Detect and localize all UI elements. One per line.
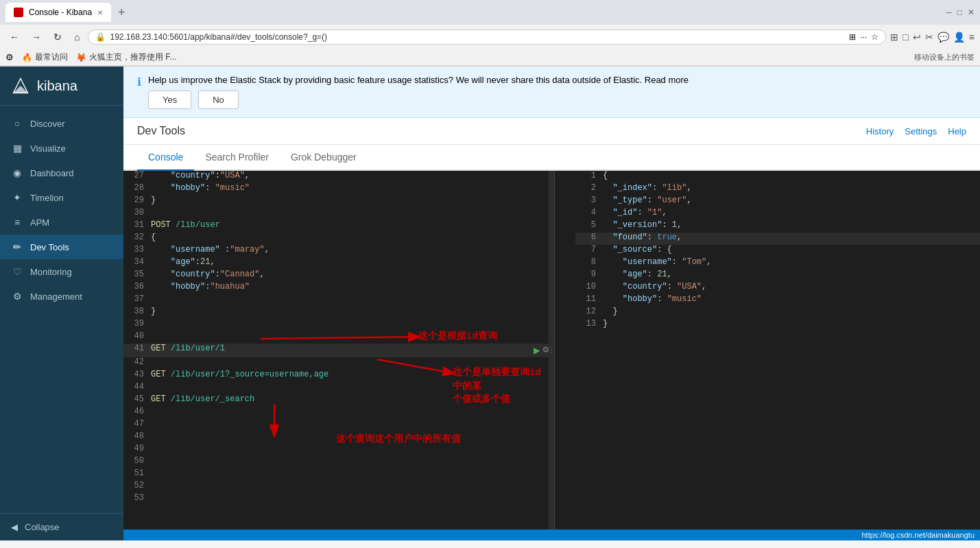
resp-line-3: 3 "_type": "user", (575, 195, 980, 208)
bookmark-firefox[interactable]: 🦊 火狐主页，推荐使用 F... (76, 51, 176, 63)
code-line-31: 31 POST /lib/user (123, 220, 549, 233)
more-btn[interactable]: ··· (860, 32, 867, 42)
code-line-51: 51 (123, 468, 549, 481)
code-line-39: 39 (123, 319, 549, 331)
resp-line-9: 9 "age": 21, (575, 270, 980, 282)
code-line-42: 42 (123, 357, 549, 370)
tab-console[interactable]: Console (137, 145, 194, 171)
address-text: 192.168.23.140:5601/app/kibana#/dev_tool… (110, 32, 845, 42)
visualize-label: Visualize (30, 143, 66, 154)
line-settings-icon[interactable]: ⚙ (543, 344, 549, 357)
code-line-29: 29 } (123, 195, 549, 208)
sidebar-item-visualize[interactable]: ▦ Visualize (0, 136, 123, 160)
sidebar-item-devtools[interactable]: ✏ Dev Tools (0, 235, 123, 259)
forward-button[interactable]: → (27, 30, 45, 44)
code-line-45: 45 GET /lib/user/_search (123, 394, 549, 407)
monitoring-label: Monitoring (30, 267, 72, 277)
firefox-icon: 🦊 (76, 53, 86, 62)
code-line-44: 44 (123, 382, 549, 394)
menu-icon[interactable]: ≡ (969, 32, 975, 43)
bookmark-icon[interactable]: ☆ (871, 32, 879, 42)
banner: ℹ Help us improve the Elastic Stack by p… (123, 67, 980, 118)
mobile-bookmarks: 移动设备上的书签 (914, 52, 975, 62)
sidebar-item-discover[interactable]: ○ Discover (0, 111, 123, 136)
status-url: https://log.csdn.net/daimakuangtu (862, 531, 975, 539)
visualize-icon: ▦ (11, 143, 23, 154)
sidebar-item-timelion[interactable]: ✦ Timelion (0, 185, 123, 210)
history-button[interactable]: History (866, 126, 894, 136)
account-icon[interactable]: 👤 (953, 32, 965, 43)
apm-label: APM (30, 217, 49, 228)
back-button[interactable]: ← (5, 30, 23, 44)
code-line-48: 48 (123, 431, 549, 444)
sidebar-collapse[interactable]: ◀ Collapse (0, 513, 123, 540)
devtools-icon: ✏ (11, 241, 23, 252)
banner-content: Help us improve the Elastic Stack by pro… (148, 75, 689, 109)
code-line-53: 53 (123, 493, 549, 505)
home-button[interactable]: ⌂ (70, 30, 84, 44)
chat-icon[interactable]: 💬 (937, 32, 949, 43)
code-line-30: 30 (123, 208, 549, 220)
tab-search-profiler[interactable]: Search Profiler (194, 145, 280, 171)
code-line-32: 32 { (123, 233, 549, 245)
close-btn[interactable]: ✕ (968, 8, 975, 17)
bookmarks-bar: ⚙ 🔥 最常访问 🦊 火狐主页，推荐使用 F... 移动设备上的书签 (0, 49, 980, 66)
panel-divider[interactable]: ⋮ (549, 171, 554, 529)
tabs: Console Search Profiler Grok Debugger (123, 145, 980, 171)
sidebar-logo: kibana (0, 67, 123, 106)
response-gutter (555, 171, 575, 529)
info-icon: ℹ (137, 75, 141, 88)
apm-icon: ≡ (11, 217, 23, 228)
sidebar-item-dashboard[interactable]: ◉ Dashboard (0, 160, 123, 185)
management-label: Management (30, 291, 82, 302)
code-line-40: 40 (123, 331, 549, 344)
collapse-icon: ◀ (11, 522, 18, 532)
editor-panel[interactable]: 27 "country":"USA", 28 "hobby": "music" … (123, 171, 549, 529)
resp-line-8: 8 "username": "Tom", (575, 257, 980, 270)
tab-close-btn[interactable]: ✕ (97, 9, 103, 16)
minimize-btn[interactable]: ─ (946, 8, 952, 17)
bookmark-list-icon[interactable]: ⊞ (890, 32, 898, 43)
resp-line-1: 1 { (575, 171, 980, 183)
sidebar-item-monitoring[interactable]: ♡ Monitoring (0, 259, 123, 284)
response-content: 1 { 2 "_index": "lib", 3 "_type": "user"… (575, 171, 980, 529)
run-button[interactable]: ▶ (531, 344, 543, 357)
settings-button[interactable]: Settings (905, 126, 937, 136)
screenshot-icon[interactable]: ✂ (925, 32, 933, 43)
code-line-46: 46 (123, 407, 549, 419)
management-icon: ⚙ (11, 291, 23, 302)
response-panel[interactable]: 1 { 2 "_index": "lib", 3 "_type": "user"… (554, 171, 980, 529)
history-back-icon[interactable]: ↩ (913, 32, 921, 43)
no-button[interactable]: No (198, 91, 239, 109)
app-container: kibana ○ Discover ▦ Visualize ◉ Dashboar… (0, 67, 980, 540)
resp-line-11: 11 "hobby": "music" (575, 294, 980, 307)
resp-line-2: 2 "_index": "lib", (575, 183, 980, 195)
tab-grok-debugger[interactable]: Grok Debugger (280, 145, 368, 171)
address-bar[interactable]: 🔒 192.168.23.140:5601/app/kibana#/dev_to… (88, 29, 886, 45)
settings-icon[interactable]: ⚙ (5, 52, 14, 62)
code-line-38: 38 } (123, 307, 549, 319)
sidebar-item-apm[interactable]: ≡ APM (0, 210, 123, 235)
tab-title: Console - Kibana (29, 8, 92, 17)
lock-icon: 🔒 (95, 32, 106, 42)
logo-text: kibana (37, 78, 77, 94)
browser-tab[interactable]: Console - Kibana ✕ (5, 3, 111, 22)
maximize-btn[interactable]: □ (957, 8, 962, 17)
code-line-33: 33 "username" :"maray", (123, 245, 549, 257)
reload-button[interactable]: ↻ (49, 30, 66, 44)
resp-line-6: 6 "found": true, (575, 233, 980, 245)
yes-button[interactable]: Yes (148, 91, 191, 109)
code-line-52: 52 (123, 481, 549, 493)
code-line-28: 28 "hobby": "music" (123, 183, 549, 195)
bookmark-frequent[interactable]: 🔥 最常访问 (22, 51, 68, 63)
code-line-36: 36 "hobby":"huahua" (123, 282, 549, 294)
new-tab-button[interactable]: + (114, 5, 130, 20)
devtools-label: Dev Tools (30, 242, 69, 252)
code-line-43: 43 GET /lib/user/1?_source=username,age (123, 370, 549, 382)
sidebar-item-management[interactable]: ⚙ Management (0, 284, 123, 309)
tab-switcher-icon[interactable]: □ (903, 32, 908, 43)
code-line-35: 35 "country":"Cannad", (123, 270, 549, 282)
monitoring-icon: ♡ (11, 266, 23, 277)
editor-wrapper: 27 "country":"USA", 28 "hobby": "music" … (123, 171, 980, 529)
help-button[interactable]: Help (948, 126, 966, 136)
